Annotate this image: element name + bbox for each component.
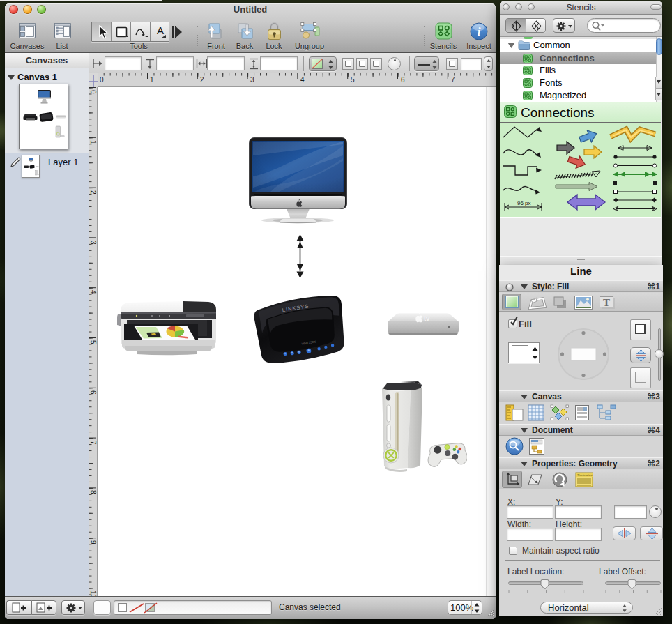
svg-text:2: 2 [89, 190, 97, 195]
svg-text:7: 7 [451, 76, 455, 84]
svg-text:3: 3 [250, 76, 254, 84]
svg-text:96 px: 96 px [517, 200, 531, 206]
svg-text:tv: tv [424, 314, 430, 322]
svg-text:7: 7 [89, 441, 97, 445]
svg-text:4: 4 [300, 76, 305, 84]
svg-text:i: i [478, 25, 481, 38]
svg-text:5: 5 [351, 76, 355, 84]
svg-text:4: 4 [89, 290, 97, 294]
svg-text:10: 10 [89, 591, 97, 596]
svg-text:6: 6 [401, 76, 405, 84]
svg-text:6: 6 [89, 390, 97, 395]
svg-text:1: 1 [89, 140, 97, 144]
svg-text:1: 1 [150, 76, 154, 84]
svg-text:This is a text: This is a text [577, 473, 593, 477]
svg-text:2: 2 [200, 76, 204, 84]
svg-text:0: 0 [89, 90, 97, 94]
svg-text:5: 5 [89, 340, 97, 344]
svg-text:9: 9 [89, 540, 97, 545]
svg-text:3: 3 [89, 241, 97, 245]
svg-text:0: 0 [100, 76, 104, 84]
svg-text:T: T [603, 297, 610, 308]
svg-text:8: 8 [89, 490, 97, 494]
